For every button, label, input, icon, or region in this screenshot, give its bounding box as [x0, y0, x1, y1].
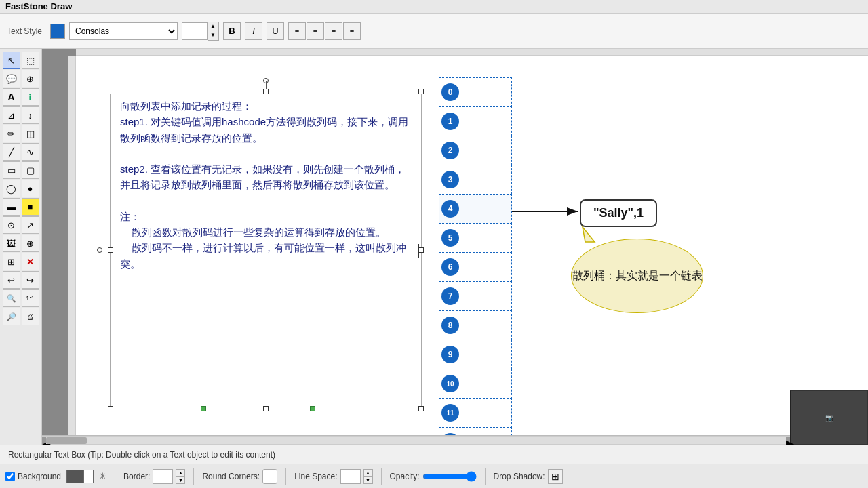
- undo-button[interactable]: ↩: [3, 271, 20, 289]
- text-cursor: [418, 244, 419, 258]
- opacity-label: Opacity:: [390, 472, 420, 481]
- zoom-minus-button[interactable]: 🔎: [3, 308, 20, 325]
- eraser-tool-button[interactable]: ◫: [22, 125, 39, 142]
- highlight-tool-button[interactable]: ▬: [3, 198, 20, 216]
- border-input[interactable]: 1: [153, 469, 173, 484]
- circle-tool-button[interactable]: ●: [22, 180, 39, 197]
- opacity-control: Opacity:: [390, 472, 477, 481]
- align-left-button[interactable]: ≡: [288, 22, 306, 40]
- color-fill-button[interactable]: ■: [22, 198, 39, 216]
- array-index-11: 11: [441, 404, 459, 422]
- speech-bubble: 散列桶：其实就是一个链表: [571, 239, 703, 313]
- background-checkbox[interactable]: [5, 472, 15, 481]
- array-index-5: 5: [441, 229, 459, 247]
- marquee-tool-button[interactable]: ⬚: [22, 52, 39, 69]
- stamp-tool-button[interactable]: ⊙: [3, 216, 20, 234]
- handle-tr[interactable]: [418, 89, 424, 94]
- drop-shadow-icon[interactable]: ⊞: [548, 469, 563, 484]
- underline-button[interactable]: U: [267, 22, 284, 40]
- handle-bc[interactable]: [263, 406, 269, 411]
- canvas-area[interactable]: 向散列表中添加记录的过程： step1. 对关键码值调用hashcode方法得到…: [42, 49, 868, 445]
- linespace-down[interactable]: ▼: [363, 476, 373, 484]
- array-index-7: 7: [441, 287, 459, 305]
- webcam-thumbnail: 📷: [790, 390, 868, 445]
- zoom-100-button[interactable]: 1:1: [22, 289, 39, 307]
- handle-br[interactable]: [418, 406, 424, 411]
- linespace-up[interactable]: ▲: [363, 469, 373, 476]
- italic-button[interactable]: I: [245, 22, 262, 40]
- round-corners-box[interactable]: [262, 469, 277, 484]
- font-size-up[interactable]: ▲: [208, 22, 218, 31]
- left-toolbar: ↖ ⬚ 💬 ⊕ A ℹ ⊿ ↕ ✏ ◫ ╱ ∿ ▭ ▢ ◯ ●: [0, 49, 42, 445]
- pointer-tool-button[interactable]: ↗: [22, 216, 39, 234]
- line-space-input[interactable]: 0: [340, 469, 361, 484]
- border-control: Border: 1 ▲ ▼: [123, 469, 185, 484]
- font-size-down[interactable]: ▼: [208, 31, 218, 40]
- handle-ml[interactable]: [108, 247, 113, 253]
- handle-bm1[interactable]: [201, 406, 206, 411]
- hscroll-right-btn[interactable]: ▶: [786, 437, 790, 444]
- border-down[interactable]: ▼: [176, 476, 185, 484]
- handle-resize-left[interactable]: [97, 247, 102, 253]
- array-cell-7: 7: [439, 281, 512, 311]
- hscroll-thumb[interactable]: [46, 437, 87, 444]
- align-center-button[interactable]: ≡: [307, 22, 324, 40]
- delete-tool-button[interactable]: ✕: [22, 253, 39, 270]
- sep5: [485, 468, 486, 485]
- align-right-button[interactable]: ≡: [325, 22, 342, 40]
- roundrect-tool-button[interactable]: ▢: [22, 161, 39, 179]
- speech-tool-button[interactable]: 💬: [3, 70, 20, 87]
- text-tool-button[interactable]: A: [3, 88, 20, 106]
- widget-tool-button[interactable]: ⊞: [3, 253, 20, 270]
- redo-button[interactable]: ↪: [22, 271, 39, 289]
- image-tool-button[interactable]: 🖼: [3, 235, 20, 252]
- ellipse-tool-button[interactable]: ◯: [3, 180, 20, 197]
- hscroll-track[interactable]: [46, 437, 786, 444]
- font-size-input[interactable]: 19: [182, 22, 208, 40]
- pencil-tool-button[interactable]: ✏: [3, 125, 20, 142]
- move-tool-button[interactable]: ↕: [22, 106, 39, 124]
- border-spinners: ▲ ▼: [176, 469, 185, 484]
- rotate-stem: [266, 81, 267, 89]
- align-group: ≡ ≡ ≡ ≡: [288, 22, 361, 40]
- text-line-5: 散列函数对散列码进行一些复杂的运算得到存放的位置。: [120, 226, 386, 238]
- curve-tool-button[interactable]: ∿: [22, 143, 39, 161]
- info-tool-button[interactable]: ℹ: [22, 88, 39, 106]
- hscroll-bar[interactable]: ◀ ▶: [42, 435, 790, 445]
- handle-tc[interactable]: [263, 89, 269, 94]
- text-line-1: 向散列表中添加记录的过程：: [120, 100, 252, 112]
- bg-color-dark[interactable]: [66, 470, 84, 483]
- text-line-3: step2. 查看该位置有无记录，如果没有，则先创建一个散列桶，并且将记录放到散…: [120, 163, 405, 190]
- zoom-fit-button[interactable]: 🔍: [3, 289, 20, 307]
- ruler-left: [68, 56, 76, 445]
- main-textbox[interactable]: 向散列表中添加记录的过程： step1. 对关键码值调用hashcode方法得到…: [110, 91, 422, 409]
- addobj-tool-button[interactable]: ⊕: [22, 235, 39, 252]
- handle-mr[interactable]: [418, 247, 424, 253]
- text-color-button[interactable]: [50, 24, 65, 39]
- ruler-tool-button[interactable]: ⊿: [3, 106, 20, 124]
- round-corners-label: Round Corners:: [202, 472, 260, 481]
- border-up[interactable]: ▲: [176, 469, 185, 476]
- array-index-8: 8: [441, 317, 459, 334]
- background-control: Background: [5, 472, 61, 481]
- opacity-slider[interactable]: [422, 472, 477, 481]
- handle-tl[interactable]: [108, 89, 113, 94]
- align-justify-button[interactable]: ≡: [343, 22, 361, 40]
- bg-color-light[interactable]: [84, 470, 94, 483]
- handle-bl[interactable]: [108, 406, 113, 411]
- array-cell-1: 1: [439, 106, 512, 136]
- handle-bm2[interactable]: [310, 406, 315, 411]
- ruler-top: [76, 49, 868, 56]
- array-index-3: 3: [441, 171, 459, 188]
- select-tool-button[interactable]: ↖: [3, 52, 20, 69]
- line-tool-button[interactable]: ╱: [3, 143, 20, 161]
- text-line-6: 散列码不一样，进行计算以后，有可能位置一样，这叫散列冲突。: [120, 242, 406, 269]
- bubble-tail-svg: [580, 227, 600, 242]
- bold-button[interactable]: B: [223, 22, 241, 40]
- rect-tool-button[interactable]: ▭: [3, 161, 20, 179]
- sep4: [381, 468, 382, 485]
- zoom-tool-button[interactable]: ⊕: [22, 70, 39, 87]
- font-family-select[interactable]: Consolas Arial Times New Roman: [69, 22, 178, 40]
- print-button[interactable]: 🖨: [22, 308, 39, 325]
- textbox-content: 向散列表中添加记录的过程： step1. 对关键码值调用hashcode方法得到…: [120, 98, 412, 272]
